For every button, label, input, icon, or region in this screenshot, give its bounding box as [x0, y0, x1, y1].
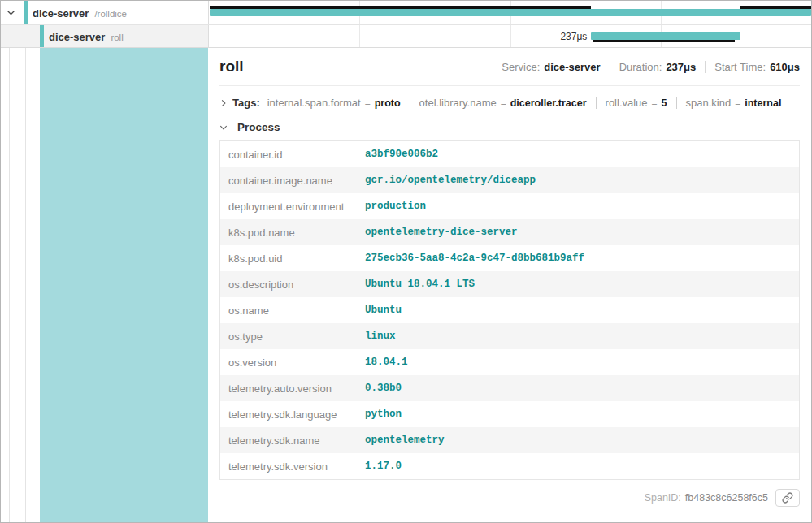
divider	[705, 61, 706, 73]
duration-value: 237μs	[666, 61, 696, 73]
divider	[610, 61, 610, 73]
table-row: telemetry.auto.version0.38b0	[220, 375, 799, 401]
span-labels: dice-server/rolldice	[33, 6, 127, 20]
timeline-gridline	[359, 25, 360, 47]
spanid-label: SpanID:	[645, 492, 681, 504]
indent-guide	[25, 48, 26, 522]
critical-path-segment	[740, 6, 811, 9]
kv-value: python	[365, 408, 402, 420]
indent-guide	[9, 48, 10, 522]
span-bar-roll[interactable]	[591, 32, 741, 40]
table-row: os.descriptionUbuntu 18.04.1 LTS	[220, 271, 799, 297]
span-name-cell-roll[interactable]: dice-serverroll	[1, 25, 208, 47]
kv-value: production	[365, 201, 426, 212]
tag-equals: =	[652, 97, 658, 109]
tag-value: proto	[375, 97, 401, 109]
kv-key: os.type	[220, 331, 365, 343]
kv-value: Ubuntu 18.04.1 LTS	[365, 279, 475, 290]
span-row-rolldice: dice-server/rolldice	[1, 1, 811, 25]
kv-value: opentelemetry-dice-server	[365, 227, 518, 238]
timeline-cell-roll: 237μs	[208, 25, 811, 47]
kv-key: k8s.pod.name	[220, 227, 365, 239]
link-icon	[782, 492, 793, 504]
tag-item: otel.library.name = diceroller.tracer	[419, 97, 587, 109]
tag-key: internal.span.format	[267, 97, 361, 109]
span-labels: dice-serverroll	[49, 29, 124, 44]
span-bar-rolldice[interactable]	[210, 9, 811, 16]
spanid-value: fb483c8c6258f6c5	[685, 492, 768, 504]
service-value: dice-server	[544, 61, 600, 73]
tag-value: internal	[745, 97, 781, 109]
process-kv-table: container.ida3bf90e006b2 container.image…	[219, 140, 800, 480]
span-detail-panel: roll Service: dice-server Duration: 237μ…	[208, 48, 811, 522]
tag-item: roll.value = 5	[606, 97, 667, 109]
kv-value: 1.17.0	[365, 460, 402, 472]
span-detail-footer: SpanID: fb483c8c6258f6c5	[219, 489, 800, 507]
kv-key: container.image.name	[220, 175, 365, 187]
span-title: roll	[219, 58, 244, 76]
selected-span-color-fill[interactable]	[40, 48, 208, 522]
table-row: telemetry.sdk.languagepython	[220, 401, 799, 427]
kv-value: gcr.io/opentelemetry/diceapp	[365, 175, 536, 186]
operation-name: /rolldice	[94, 9, 127, 19]
span-duration-label: 237μs	[560, 31, 587, 42]
tag-key: otel.library.name	[419, 97, 497, 109]
kv-key: os.name	[220, 305, 365, 317]
divider	[596, 97, 597, 109]
kv-key: os.description	[220, 279, 365, 291]
start-time-value: 610μs	[770, 61, 800, 73]
divider	[676, 97, 677, 109]
start-time-label: Start Time:	[714, 61, 766, 73]
tags-accordion-header[interactable]: Tags: internal.span.format = proto otel.…	[219, 97, 800, 109]
service-name: dice-server	[49, 31, 105, 43]
timeline-cell-rolldice	[208, 1, 811, 24]
kv-key: telemetry.sdk.language	[220, 408, 365, 421]
divider	[410, 97, 410, 109]
kv-key: os.version	[220, 357, 365, 369]
process-accordion-header[interactable]: Process	[219, 121, 800, 133]
tags-label: Tags:	[232, 97, 260, 109]
tag-equals: =	[501, 97, 506, 109]
table-row: k8s.pod.nameopentelemetry-dice-server	[220, 219, 799, 245]
span-row-roll-selected: dice-serverroll 237μs	[1, 25, 811, 48]
deep-link-button[interactable]	[775, 489, 800, 507]
chevron-down-icon	[219, 123, 228, 132]
table-row: telemetry.sdk.nameopentelemetry	[220, 427, 799, 453]
timeline-gridline	[510, 25, 511, 47]
span-name-cell-rolldice[interactable]: dice-server/rolldice	[1, 1, 208, 24]
service-name: dice-server	[33, 7, 89, 19]
operation-name: roll	[111, 32, 123, 42]
tag-key: roll.value	[606, 97, 648, 109]
chevron-right-icon	[219, 99, 228, 107]
tag-item: internal.span.format = proto	[267, 97, 401, 109]
process-label: Process	[237, 121, 280, 133]
kv-value: 0.38b0	[365, 383, 402, 394]
kv-key: container.id	[220, 149, 365, 161]
span-detail-header: roll Service: dice-server Duration: 237μ…	[219, 58, 800, 86]
kv-key: telemetry.sdk.name	[220, 434, 365, 447]
span-color-strip	[24, 1, 28, 24]
span-detail-area: roll Service: dice-server Duration: 237μ…	[1, 48, 811, 522]
table-row: deployment.environmentproduction	[220, 193, 799, 219]
tag-key: span.kind	[686, 97, 732, 109]
span-overview: Service: dice-server Duration: 237μs Sta…	[502, 61, 800, 73]
table-row: container.ida3bf90e006b2	[220, 141, 799, 167]
critical-path-segment	[593, 40, 735, 42]
kv-value: opentelemetry	[365, 434, 445, 446]
trace-span-rows: dice-server/rolldice dice-serverroll	[1, 1, 811, 48]
tag-item: span.kind = internal	[686, 97, 782, 109]
kv-value: linux	[365, 331, 396, 342]
table-row: k8s.pod.uid275ecb36-5aa8-4c2a-9c47-d8bb6…	[220, 245, 799, 271]
kv-value: 18.04.1	[365, 357, 408, 368]
table-row: os.version18.04.1	[220, 349, 799, 375]
collapse-children-button[interactable]	[5, 7, 16, 19]
kv-key: telemetry.auto.version	[220, 383, 365, 395]
kv-key: k8s.pod.uid	[220, 253, 365, 265]
kv-value: a3bf90e006b2	[365, 149, 438, 160]
tag-equals: =	[365, 97, 371, 109]
table-row: telemetry.sdk.version1.17.0	[220, 453, 799, 479]
chevron-down-icon	[7, 8, 15, 17]
kv-key: deployment.environment	[220, 201, 365, 213]
kv-value: 275ecb36-5aa8-4c2a-9c47-d8bb681b9aff	[365, 253, 584, 264]
tag-value: 5	[662, 97, 667, 109]
